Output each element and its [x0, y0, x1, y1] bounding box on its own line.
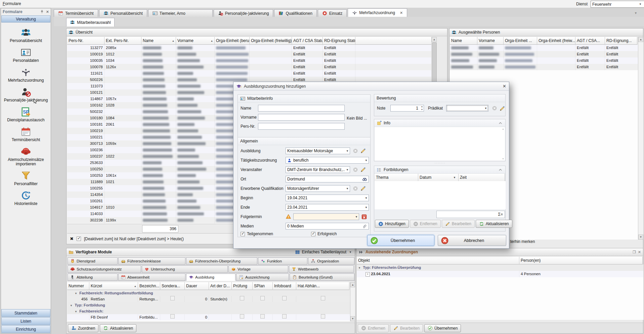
dienst-select[interactable]: Feuerwehr ▼: [591, 1, 644, 8]
teilgenommen-checkbox[interactable]: Teilgenommen: [241, 232, 273, 236]
info-textarea[interactable]: ▲ ▼: [375, 127, 505, 161]
ort-field[interactable]: Dortmund: [286, 176, 369, 182]
clear-circle-icon[interactable]: [492, 106, 497, 111]
table-row[interactable]: 1132772085xEntfälltEntfällt: [67, 45, 431, 51]
scroll-down-icon[interactable]: ▼: [638, 235, 643, 240]
close-icon[interactable]: ✕: [400, 11, 403, 15]
collapse-icon[interactable]: [498, 121, 503, 126]
module-tab-abteilung[interactable]: Abteilung: [68, 274, 118, 281]
tätigkeitszuordnung-select[interactable]: beruflich▼: [286, 157, 369, 164]
column-header[interactable]: Dauer: [185, 282, 209, 290]
tab-terminübersicht[interactable]: Terminübersicht: [54, 9, 98, 17]
binoculars-icon[interactable]: [362, 177, 367, 182]
column-header[interactable]: Orga-Einheit (freiw...: [537, 37, 575, 45]
column-header[interactable]: Name: [450, 37, 477, 45]
column-header[interactable]: Orga-Einheit (berufl...: [215, 37, 250, 45]
pencil-icon[interactable]: [360, 185, 366, 192]
checkbox[interactable]: [170, 314, 175, 319]
expand-icon[interactable]: +: [366, 272, 370, 277]
module-tab-organisation[interactable]: Organisation: [308, 257, 354, 265]
splitter-handle[interactable]: ·······: [422, 163, 459, 164]
selected-scrollbar[interactable]: ▲ ▼: [638, 37, 643, 240]
veranstalter-select[interactable]: DMT-Zentrum für Brandschutz,...▼: [286, 166, 350, 173]
collapse-arrow-icon[interactable]: ▼: [75, 292, 77, 295]
column-header[interactable]: Prüfung: [232, 282, 253, 290]
table-row[interactable]: + 23.04.20214 Personen: [357, 271, 643, 277]
sidebar-item-personalfilter[interactable]: Personalfilter: [14, 171, 38, 186]
sidebar-item-terminübersicht[interactable]: Terminübersicht: [12, 127, 40, 142]
dialog-titlebar[interactable]: Ausbildungszuordnung hinzufügen ✕: [233, 82, 509, 91]
scroll-up-icon[interactable]: ▲: [638, 37, 643, 42]
folgetermin-datepicker[interactable]: ▼: [293, 213, 359, 220]
table-row[interactable]: EntfälltEntfällt: [450, 45, 638, 51]
sidebar-item-einrichtung[interactable]: Einrichtung: [1, 325, 50, 333]
module-tab-auszeichnung[interactable]: Auszeichnung: [236, 274, 289, 281]
sidebar-item-dienstplanaustausch[interactable]: SPDienstplanaustausch: [7, 107, 44, 122]
abbrechen-button[interactable]: Abbrechen: [438, 235, 506, 246]
module-tab-ausbildung[interactable]: Ausbildung: [186, 274, 235, 281]
entfernen-button[interactable]: Entfernen: [410, 220, 441, 228]
sidebar-item-personaldaten[interactable]: Personaldaten: [13, 47, 39, 63]
zuordnen-button[interactable]: Zuordnen: [68, 324, 98, 332]
column-header[interactable]: Datum▼: [418, 174, 459, 181]
erfolgreich-checkbox[interactable]: Erfolgreich: [311, 232, 337, 236]
collapse-icon[interactable]: [498, 167, 503, 172]
modules-scrollbar[interactable]: ▲ ▼: [350, 282, 355, 321]
sidebar-item-personal-de-aktivierung[interactable]: Personal(de-)aktivierung: [4, 87, 48, 102]
aktualisieren-button[interactable]: Aktualisieren: [476, 220, 512, 228]
column-header[interactable]: Infoboard: [273, 282, 296, 290]
tab-overflow-icon[interactable]: ▼: [634, 11, 637, 15]
checkbox[interactable]: [170, 296, 175, 300]
fortbildungen-body[interactable]: [375, 181, 506, 209]
checkbox[interactable]: [260, 314, 265, 319]
ausbildung-select[interactable]: Kreisausbilder Motorsäge▼: [286, 148, 350, 154]
checkbox[interactable]: [282, 296, 287, 300]
column-header[interactable]: AGT / CSA Status: [292, 37, 323, 45]
group-row[interactable]: ▼ Typ: Fortbildung: [67, 302, 350, 308]
close-icon[interactable]: ✕: [46, 10, 49, 14]
tab-tiemeier-arno[interactable]: Tiemeier, Arno: [148, 9, 213, 17]
maximize-icon[interactable]: ❐: [633, 250, 636, 254]
module-tab-abwesenheit[interactable]: Abwesenheit: [118, 274, 185, 281]
hinzufügen-button[interactable]: Hinzufügen: [375, 220, 409, 228]
column-header[interactable]: Vorname: [477, 37, 504, 45]
group-row[interactable]: ▼ Fachbereich:: [67, 308, 350, 314]
table-row[interactable]: 1000191012EntfälltEntfällt: [67, 51, 431, 57]
pencil-icon[interactable]: [360, 148, 366, 154]
checkbox[interactable]: [321, 296, 325, 300]
close-icon[interactable]: ✕: [638, 250, 641, 254]
group-row[interactable]: ▼ Typ: Führerschein-Überprüfung: [357, 264, 643, 271]
beginn-datepicker[interactable]: 19.04.2021▼: [286, 195, 369, 201]
bearbeiten-button[interactable]: Bearbeiten: [442, 220, 475, 228]
scroll-up-icon[interactable]: ▲: [350, 282, 355, 287]
chevron-down-icon[interactable]: ▼: [452, 176, 457, 179]
table-row[interactable]: 1000781126xEntfälltEntfällt: [67, 64, 431, 70]
collapse-arrow-icon[interactable]: ▼: [358, 266, 361, 269]
clear-circle-icon[interactable]: [353, 148, 358, 154]
name-field[interactable]: [258, 105, 345, 112]
clear-circle-icon[interactable]: [353, 167, 358, 172]
sidebar-item-personalübersicht[interactable]: Personalübersicht: [10, 28, 42, 43]
pin-icon[interactable]: [40, 10, 44, 14]
pers-nr-field[interactable]: [258, 123, 345, 130]
column-header[interactable]: RD-Eignung Status: [323, 37, 355, 45]
menu-formulare[interactable]: Formulare: [3, 1, 21, 6]
column-header[interactable]: Nummer: [67, 282, 89, 290]
column-header[interactable]: Orga-Einheit (freiwillig): [250, 37, 292, 45]
column-header[interactable]: AGT / CSA...: [575, 37, 605, 45]
modules-table[interactable]: ▼ Fachbereich: Rettungsdienstfortbildung…: [67, 290, 350, 321]
column-header[interactable]: Kürzel▲: [89, 282, 138, 290]
sidebar-item-historienliste[interactable]: Historienliste: [14, 191, 38, 206]
filter-clear-icon[interactable]: ✖: [70, 236, 74, 241]
column-header[interactable]: RD-Eignung...: [605, 37, 637, 45]
column-header[interactable]: Objekt: [357, 257, 519, 264]
column-header[interactable]: Hat Abhän...: [296, 282, 349, 290]
sidebar-item-mehrfachzuordnung[interactable]: Mehrfachzuordnung: [8, 67, 44, 83]
medien-field[interactable]: 0 Medien: [286, 223, 369, 229]
column-header[interactable]: SPlan: [253, 282, 273, 290]
scroll-down-icon[interactable]: ▼: [350, 316, 355, 321]
column-header[interactable]: Orga-Einheit ...: [504, 37, 537, 45]
table-row[interactable]: 1000351034EntfälltEntfällt: [67, 57, 431, 64]
entfernen-button[interactable]: Entfernen: [358, 324, 389, 332]
column-header[interactable]: Art der D...: [209, 282, 232, 290]
